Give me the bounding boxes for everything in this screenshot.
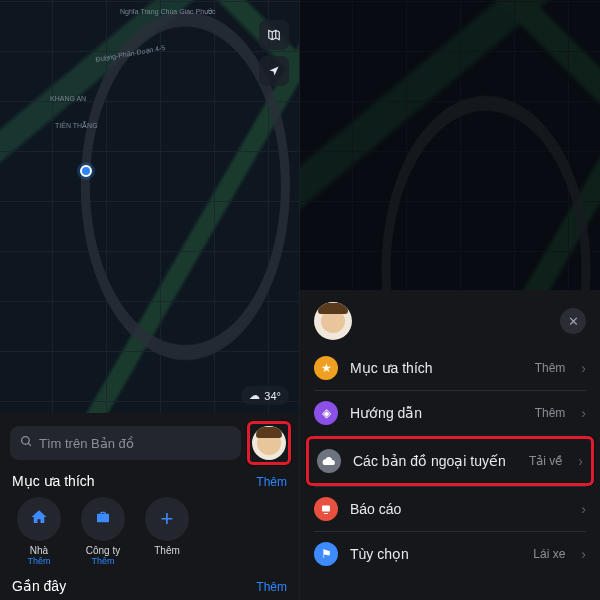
menu-item-favorites[interactable]: ★ Mục ưa thích Thêm › [300, 346, 600, 390]
favorite-label: Nhà [10, 545, 68, 556]
recent-title: Gần đây [12, 578, 66, 594]
recent-more-button[interactable]: Thêm [256, 580, 287, 594]
svg-rect-1 [322, 506, 330, 512]
bottom-sheet: Tìm trên Bản đồ Mục ưa thích Thêm Nhà Th… [0, 413, 299, 600]
right-screenshot: ✕ ★ Mục ưa thích Thêm › ◈ Hướng dẫn Thêm… [300, 0, 600, 600]
search-icon [20, 435, 33, 451]
chevron-right-icon: › [578, 453, 583, 469]
plus-icon: + [161, 506, 174, 532]
map-view[interactable]: KHANG AN TIÊN THẮNG Nghĩa Trang Chùa Giá… [0, 0, 299, 413]
guide-icon: ◈ [314, 401, 338, 425]
chevron-right-icon: › [581, 405, 586, 421]
favorites-row: Nhà Thêm Công ty Thêm + Thêm [10, 497, 289, 566]
menu-item-label: Báo cáo [350, 501, 569, 517]
locate-me-button[interactable] [259, 56, 289, 86]
favorite-sub: Thêm [10, 556, 68, 566]
highlight-offline-maps: Các bản đồ ngoại tuyến Tải về › [306, 436, 594, 486]
menu-item-guides[interactable]: ◈ Hướng dẫn Thêm › [300, 391, 600, 435]
chevron-right-icon: › [581, 501, 586, 517]
profile-avatar-button[interactable] [252, 426, 286, 460]
weather-badge[interactable]: ☁ 34° [241, 386, 289, 405]
recent-header: Gần đây Thêm [12, 578, 287, 594]
svg-point-0 [22, 437, 30, 445]
favorite-label: Công ty [74, 545, 132, 556]
highlight-avatar [247, 421, 291, 465]
menu-item-trail: Thêm [535, 406, 566, 420]
menu-item-trail: Tải về [529, 454, 562, 468]
favorites-header: Mục ưa thích Thêm [12, 473, 287, 489]
favorite-label: Thêm [138, 545, 196, 556]
search-input[interactable]: Tìm trên Bản đồ [10, 426, 241, 460]
weather-temp: 34° [264, 390, 281, 402]
favorites-title: Mục ưa thích [12, 473, 95, 489]
map-label: Nghĩa Trang Chùa Giác Phước [120, 8, 216, 16]
flag-icon: ⚑ [314, 542, 338, 566]
menu-item-trail: Lái xe [533, 547, 565, 561]
menu-item-label: Hướng dẫn [350, 405, 523, 421]
profile-avatar[interactable] [314, 302, 352, 340]
map-label: TIÊN THẮNG [55, 122, 98, 130]
map-label: KHANG AN [50, 95, 86, 102]
favorite-sub: Thêm [74, 556, 132, 566]
menu-item-trail: Thêm [535, 361, 566, 375]
briefcase-icon [95, 509, 111, 530]
favorites-more-button[interactable]: Thêm [256, 475, 287, 489]
cloud-icon: ☁ [249, 389, 260, 402]
close-button[interactable]: ✕ [560, 308, 586, 334]
search-placeholder: Tìm trên Bản đồ [39, 436, 134, 451]
star-icon: ★ [314, 356, 338, 380]
chevron-right-icon: › [581, 360, 586, 376]
map-layers-button[interactable] [259, 20, 289, 50]
chevron-right-icon: › [581, 546, 586, 562]
profile-menu-sheet: ✕ ★ Mục ưa thích Thêm › ◈ Hướng dẫn Thêm… [300, 290, 600, 600]
menu-item-label: Tùy chọn [350, 546, 521, 562]
close-icon: ✕ [568, 314, 579, 329]
favorite-home[interactable]: Nhà Thêm [10, 497, 68, 566]
home-icon [30, 508, 48, 531]
menu-item-offline-maps[interactable]: Các bản đồ ngoại tuyến Tải về › [309, 439, 591, 483]
menu-item-label: Các bản đồ ngoại tuyến [353, 453, 517, 469]
favorite-work[interactable]: Công ty Thêm [74, 497, 132, 566]
favorite-add[interactable]: + Thêm [138, 497, 196, 566]
cloud-download-icon [317, 449, 341, 473]
menu-item-options[interactable]: ⚑ Tùy chọn Lái xe › [300, 532, 600, 576]
menu-item-label: Mục ưa thích [350, 360, 523, 376]
menu-item-report[interactable]: Báo cáo › [300, 487, 600, 531]
report-icon [314, 497, 338, 521]
user-location-dot [80, 165, 92, 177]
left-screenshot: KHANG AN TIÊN THẮNG Nghĩa Trang Chùa Giá… [0, 0, 300, 600]
